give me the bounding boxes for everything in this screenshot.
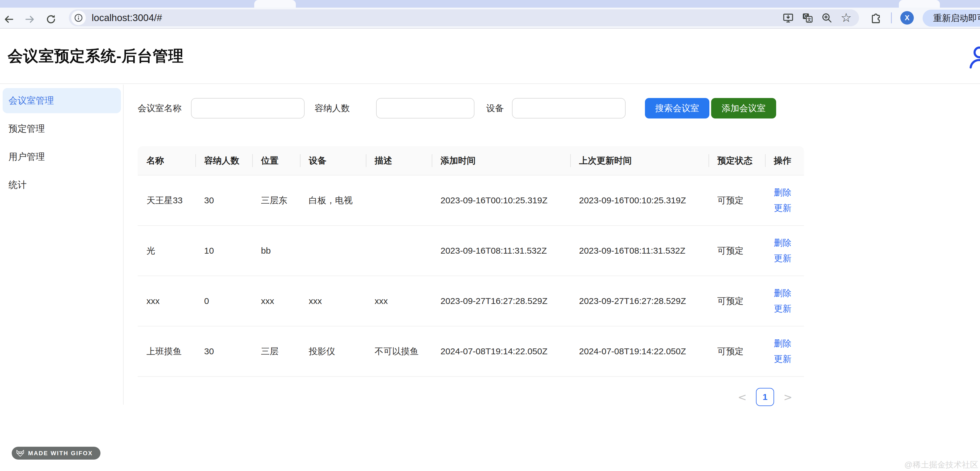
capacity-label: 容纳人数 (315, 98, 350, 119)
bookmark-button[interactable]: ☆ (840, 11, 853, 24)
cell-location: 三层 (252, 346, 300, 357)
juejin-watermark: @稀土掘金技术社区 (904, 459, 978, 470)
tab-notch[interactable] (899, 0, 940, 8)
sidebar-item-user-management[interactable]: 用户管理 (3, 144, 121, 170)
col-header-status: 预定状态 (708, 155, 765, 167)
gifox-badge: MADE WITH GIFOX (12, 447, 100, 460)
translate-icon: G 文 (802, 12, 813, 24)
cell-status: 可预定 (708, 295, 765, 307)
cell-capacity: 30 (196, 346, 252, 356)
extensions-button[interactable] (870, 13, 883, 25)
browser-toolbar: localhost:3004/# G 文 (0, 8, 980, 29)
equipment-input[interactable] (512, 98, 625, 119)
cell-description: 不可以摸鱼 (366, 346, 432, 357)
sidebar-item-label: 用户管理 (8, 151, 45, 163)
cell-actions: 删除 更新 (765, 237, 804, 265)
col-header-name: 名称 (138, 155, 196, 167)
cell-location: 三层东 (252, 195, 300, 206)
gifox-label: MADE WITH GIFOX (28, 450, 93, 457)
cell-updated-time: 2024-07-08T19:14:22.050Z (570, 346, 708, 356)
page-title: 会议室预定系统-后台管理 (8, 46, 184, 67)
prev-page-button[interactable]: < (738, 391, 746, 403)
puzzle-icon (870, 13, 882, 25)
page-1-button[interactable]: 1 (756, 388, 774, 406)
delete-link[interactable]: 删除 (774, 187, 804, 199)
cell-added-time: 2024-07-08T19:14:22.050Z (432, 346, 570, 356)
profile-avatar[interactable]: X (900, 11, 914, 25)
cell-added-time: 2023-09-27T16:27:28.529Z (432, 296, 570, 306)
update-link[interactable]: 更新 (774, 202, 804, 214)
back-button[interactable] (2, 13, 15, 26)
cell-added-time: 2023-09-16T08:11:31.532Z (432, 246, 570, 256)
restart-update-button[interactable]: 重新启动即可更 (923, 10, 980, 27)
col-header-location: 位置 (252, 155, 300, 167)
cell-actions: 删除 更新 (765, 187, 804, 214)
active-tab-notch[interactable] (254, 0, 296, 8)
cell-updated-time: 2023-09-27T16:27:28.529Z (570, 296, 708, 306)
rooms-table: 名称 容纳人数 位置 设备 描述 添加时间 上次更新时间 预定状态 操作 天王星… (138, 146, 804, 377)
cell-updated-time: 2023-09-16T00:10:25.319Z (570, 195, 708, 205)
install-app-button[interactable] (782, 11, 795, 24)
add-room-button[interactable]: 添加会议室 (711, 98, 776, 119)
sidebar-item-label: 预定管理 (8, 122, 45, 135)
col-header-added-time: 添加时间 (432, 155, 570, 167)
col-header-capacity: 容纳人数 (196, 155, 252, 167)
cell-capacity: 30 (196, 195, 252, 205)
table-row: 天王星33 30 三层东 白板，电视 2023-09-16T00:10:25.3… (138, 176, 804, 226)
table-row: 上班摸鱼 30 三层 投影仪 不可以摸鱼 2024-07-08T19:14:22… (138, 327, 804, 377)
cell-actions: 删除 更新 (765, 287, 804, 315)
sidebar: 会议室管理 预定管理 用户管理 统计 (0, 84, 124, 404)
sidebar-item-booking-management[interactable]: 预定管理 (3, 116, 121, 141)
delete-link[interactable]: 删除 (774, 287, 804, 299)
toolbar-separator (891, 12, 892, 24)
update-link[interactable]: 更新 (774, 252, 804, 265)
update-link[interactable]: 更新 (774, 303, 804, 315)
update-link[interactable]: 更新 (774, 353, 804, 365)
cell-actions: 删除 更新 (765, 338, 804, 365)
info-icon (74, 13, 83, 22)
cell-equipment: 投影仪 (300, 346, 366, 357)
next-page-button[interactable]: > (783, 391, 792, 403)
room-name-input[interactable] (191, 98, 305, 119)
browser-tab-strip (0, 0, 980, 8)
bookmark-star-icon: ☆ (841, 11, 852, 24)
fox-icon (16, 449, 25, 457)
search-room-button[interactable]: 搜索会议室 (645, 98, 710, 119)
table-row: 光 10 bb 2023-09-16T08:11:31.532Z 2023-09… (138, 226, 804, 276)
capacity-input[interactable] (376, 98, 474, 119)
sidebar-item-label: 会议室管理 (8, 95, 54, 107)
table-body: 天王星33 30 三层东 白板，电视 2023-09-16T00:10:25.3… (138, 176, 804, 377)
cell-equipment: xxx (300, 296, 366, 306)
equipment-label: 设备 (486, 98, 504, 119)
col-header-updated-time: 上次更新时间 (570, 155, 708, 167)
site-info-button[interactable] (71, 11, 86, 25)
translate-button[interactable]: G 文 (801, 11, 814, 24)
forward-button[interactable] (24, 13, 36, 26)
cell-equipment: 白板，电视 (300, 195, 366, 206)
cell-name: xxx (138, 296, 196, 306)
url-text[interactable]: localhost:3004/# (92, 10, 162, 26)
cell-name: 光 (138, 245, 196, 257)
room-name-label: 会议室名称 (138, 98, 181, 119)
sidebar-item-meeting-room-management[interactable]: 会议室管理 (3, 88, 121, 113)
sidebar-item-statistics[interactable]: 统计 (3, 172, 121, 197)
page-header: 会议室预定系统-后台管理 (0, 29, 980, 84)
delete-link[interactable]: 删除 (774, 237, 804, 249)
cell-status: 可预定 (708, 245, 765, 257)
cell-added-time: 2023-09-16T00:10:25.319Z (432, 195, 570, 205)
reload-button[interactable] (45, 13, 57, 26)
delete-link[interactable]: 删除 (774, 338, 804, 350)
zoom-button[interactable] (820, 11, 833, 24)
reload-icon (45, 13, 57, 25)
user-person-icon[interactable] (966, 44, 980, 71)
cell-capacity: 10 (196, 246, 252, 256)
zoom-in-icon (821, 12, 832, 24)
svg-text:文: 文 (807, 17, 811, 22)
back-arrow-icon (3, 13, 14, 25)
url-bar[interactable]: localhost:3004/# G 文 (69, 10, 859, 26)
cell-name: 天王星33 (138, 195, 196, 206)
cell-location: xxx (252, 296, 300, 306)
pagination: < 1 > (738, 388, 792, 406)
col-header-actions: 操作 (765, 155, 804, 167)
sidebar-item-label: 统计 (8, 179, 27, 191)
